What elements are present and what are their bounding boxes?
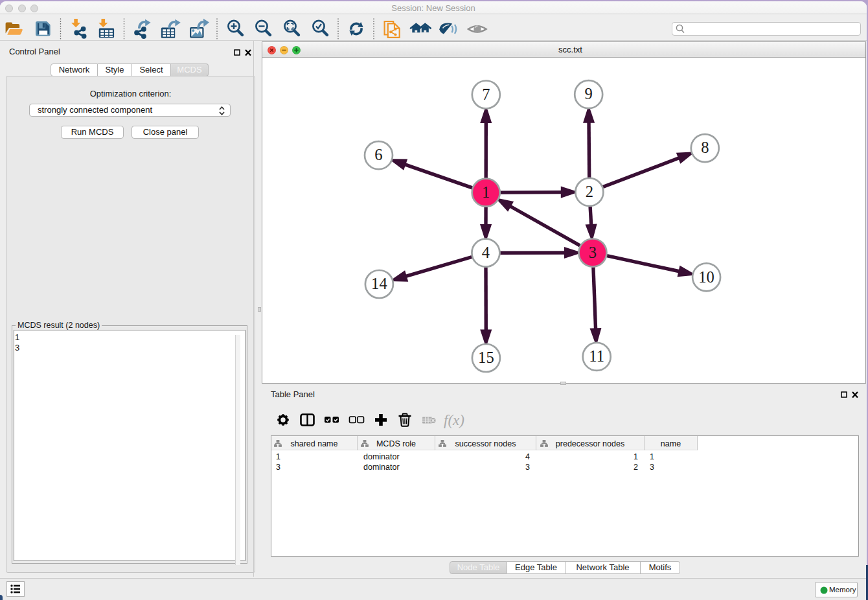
svg-text:4: 4 — [482, 244, 490, 261]
svg-text:2: 2 — [586, 183, 593, 200]
svg-text:10: 10 — [698, 268, 714, 286]
svg-text:f(x): f(x) — [444, 412, 464, 428]
svg-text:3: 3 — [589, 244, 597, 261]
svg-text:15: 15 — [478, 349, 494, 366]
svg-text:6: 6 — [374, 146, 382, 163]
svg-text:1: 1 — [482, 183, 490, 201]
svg-text:14: 14 — [371, 275, 387, 292]
svg-text:8: 8 — [701, 139, 709, 156]
svg-text:9: 9 — [585, 85, 593, 102]
svg-text:11: 11 — [589, 347, 604, 365]
svg-text:7: 7 — [482, 86, 490, 103]
